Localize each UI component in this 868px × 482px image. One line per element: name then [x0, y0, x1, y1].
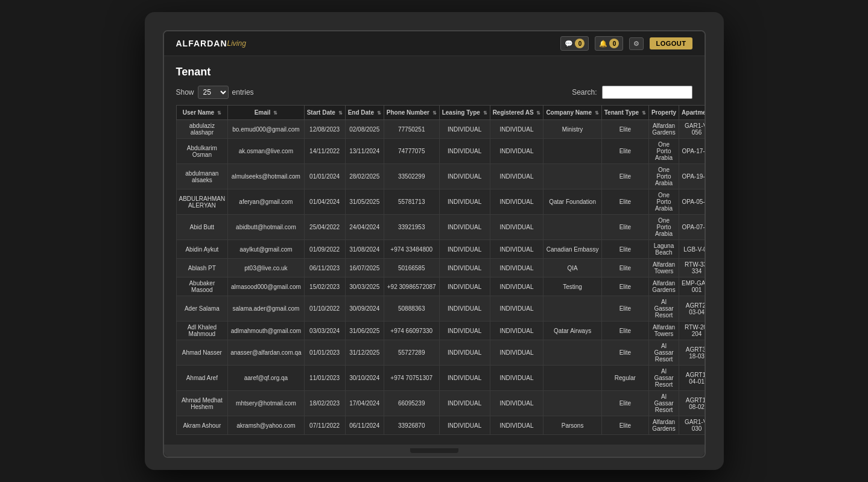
table-cell: 55781713 — [384, 189, 439, 215]
table-cell: INDIVIDUAL — [490, 296, 543, 322]
table-cell: Alfardan Gardens — [648, 416, 679, 435]
table-cell: Ahmad Aref — [176, 366, 228, 391]
table-cell: ak.osman@live.com — [228, 139, 304, 164]
table-cell — [543, 139, 601, 164]
nav-right: 💬 0 🔔 0 ⚙ LOGOUT — [560, 36, 692, 51]
col-tenant-type[interactable]: Tenant Type ⇅ — [601, 106, 648, 120]
table-cell: 28/02/2025 — [345, 164, 384, 189]
table-cell: Alfardan Towers — [648, 259, 679, 277]
table-cell: EMP-GAR-001 — [679, 277, 706, 296]
col-leasing[interactable]: Leasing Type ⇅ — [439, 106, 490, 120]
table-cell: INDIVIDUAL — [490, 416, 543, 435]
table-cell: INDIVIDUAL — [490, 366, 543, 391]
table-row: Ablash PTpt03@live.co.uk06/11/202316/07/… — [176, 259, 706, 277]
table-cell: Ablash PT — [176, 259, 228, 277]
table-cell: Al Gassar Resort — [648, 366, 679, 391]
navbar: ALFARDAN Living 💬 0 🔔 0 ⚙ LOGOUT — [164, 31, 705, 56]
table-cell: OPA-07-04 — [679, 215, 706, 240]
table-cell: mhtsery@hotmail.com — [228, 391, 304, 416]
table-cell: INDIVIDUAL — [439, 340, 490, 366]
table-cell: GAR1-V-056 — [679, 120, 706, 139]
table-cell: 15/02/2023 — [304, 277, 345, 296]
tenant-table: User Name ⇅ Email ⇅ Start Date ⇅ End Dat… — [176, 105, 706, 435]
col-registered[interactable]: Registered AS ⇅ — [490, 106, 543, 120]
table-cell: LGB-V-06 — [679, 240, 706, 259]
laptop-bottom — [164, 445, 705, 457]
table-cell: One Porto Arabia — [648, 164, 679, 189]
show-label: Show — [176, 88, 194, 97]
table-cell: Abubaker Masood — [176, 277, 228, 296]
search-box: Search: — [572, 86, 692, 99]
table-cell — [543, 215, 601, 240]
bell-button[interactable]: 🔔 0 — [595, 36, 623, 51]
table-cell: 50166585 — [384, 259, 439, 277]
table-cell: 30/03/2025 — [345, 277, 384, 296]
table-cell: Alfardan Gardens — [648, 120, 679, 139]
settings-button[interactable]: ⚙ — [629, 37, 644, 50]
col-start-date[interactable]: Start Date ⇅ — [304, 106, 345, 120]
logout-button[interactable]: LOGOUT — [650, 37, 692, 49]
col-end-date[interactable]: End Date ⇅ — [345, 106, 384, 120]
table-cell: INDIVIDUAL — [490, 164, 543, 189]
col-company[interactable]: Company Name ⇅ — [543, 106, 601, 120]
bell-icon: 🔔 — [599, 40, 607, 48]
table-cell: Laguna Beach — [648, 240, 679, 259]
table-cell: aferyan@gmail.com — [228, 189, 304, 215]
table-cell — [543, 391, 601, 416]
show-entries-control: Show 25 10 50 100 entries — [176, 86, 254, 99]
table-cell: INDIVIDUAL — [439, 277, 490, 296]
gear-icon: ⚙ — [633, 40, 639, 48]
table-cell: 06/11/2023 — [304, 259, 345, 277]
table-cell: +974 66097330 — [384, 322, 439, 340]
table-cell: Alfardan Gardens — [648, 277, 679, 296]
table-cell: 07/11/2022 — [304, 416, 345, 435]
col-email[interactable]: Email ⇅ — [228, 106, 304, 120]
table-row: Abubaker Masoodalmasood000@gmail.com15/0… — [176, 277, 706, 296]
table-cell: INDIVIDUAL — [439, 139, 490, 164]
table-cell: RTW-33-334 — [679, 259, 706, 277]
search-label: Search: — [572, 88, 597, 97]
table-cell: +92 30986572087 — [384, 277, 439, 296]
bell-badge: 0 — [609, 39, 619, 48]
table-row: Ader Salamasalama.ader@gmail.com01/10/20… — [176, 296, 706, 322]
table-cell: One Porto Arabia — [648, 189, 679, 215]
table-cell: +974 33484800 — [384, 240, 439, 259]
table-cell: Elite — [601, 215, 648, 240]
table-cell: INDIVIDUAL — [490, 120, 543, 139]
table-cell: 17/04/2024 — [345, 391, 384, 416]
table-cell: One Porto Arabia — [648, 139, 679, 164]
table-cell: Ader Salama — [176, 296, 228, 322]
table-cell: anasser@alfardan.com.qa — [228, 340, 304, 366]
table-cell: AGRT3-18-03 — [679, 340, 706, 366]
table-cell: Adl Khaled Mahmoud — [176, 322, 228, 340]
search-input[interactable] — [602, 86, 692, 99]
entries-select[interactable]: 25 10 50 100 — [198, 86, 229, 99]
table-cell: Elite — [601, 120, 648, 139]
table-cell: RTW-20-204 — [679, 322, 706, 340]
chat-button[interactable]: 💬 0 — [560, 36, 589, 51]
col-phone[interactable]: Phone Number ⇅ — [384, 106, 439, 120]
table-cell: 77750251 — [384, 120, 439, 139]
table-cell: 12/08/2023 — [304, 120, 345, 139]
table-cell: QIA — [543, 259, 601, 277]
table-cell: aaylkut@gmail.com — [228, 240, 304, 259]
table-cell: 50888363 — [384, 296, 439, 322]
logo: ALFARDAN Living — [176, 39, 246, 48]
table-cell: OPA-17-08 — [679, 139, 706, 164]
table-cell: INDIVIDUAL — [490, 322, 543, 340]
table-cell: One Porto Arabia — [648, 215, 679, 240]
table-cell: Elite — [601, 259, 648, 277]
table-cell: INDIVIDUAL — [439, 296, 490, 322]
table-cell: INDIVIDUAL — [439, 322, 490, 340]
table-cell: OPA-05-02 — [679, 189, 706, 215]
table-row: abdulmanan alsaeksalmulseeks@hotmail.com… — [176, 164, 706, 189]
table-cell: aaref@qf.org.qa — [228, 366, 304, 391]
table-cell: salama.ader@gmail.com — [228, 296, 304, 322]
table-cell: 11/01/2023 — [304, 366, 345, 391]
table-cell: Elite — [601, 416, 648, 435]
col-username[interactable]: User Name ⇅ — [176, 106, 228, 120]
table-cell: 31/06/2025 — [345, 322, 384, 340]
table-cell — [543, 296, 601, 322]
table-cell: Al Gassar Resort — [648, 340, 679, 366]
table-row: Abid Buttabidbutt@hotmail.com25/04/20222… — [176, 215, 706, 240]
